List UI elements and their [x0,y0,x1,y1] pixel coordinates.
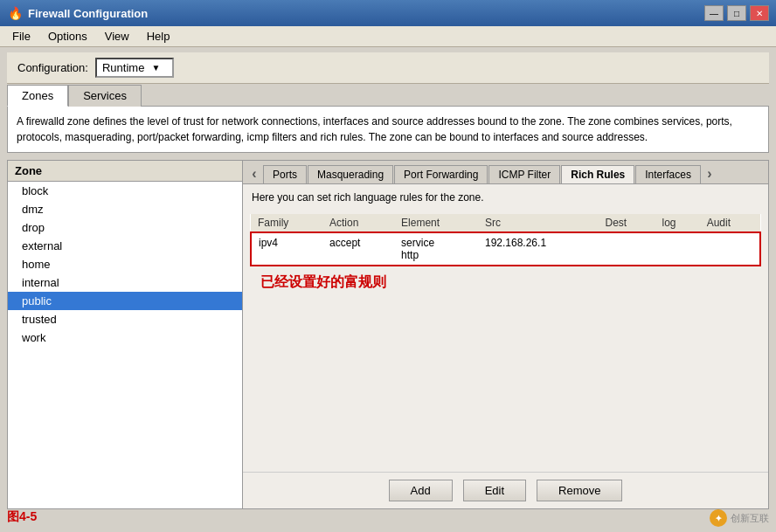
zone-item-trusted[interactable]: trusted [8,310,242,328]
zone-list: Zone block dmz drop external home intern… [7,160,243,509]
cell-src: 192.168.26.1 [478,232,599,266]
cell-element: service http [394,232,478,266]
menu-options[interactable]: Options [39,28,96,45]
menu-bar: File Options View Help [0,26,776,47]
zone-item-internal[interactable]: internal [8,273,242,292]
watermark-icon: ✦ [710,509,727,527]
figure-label: 图4-5 [7,509,37,525]
sub-tab-ports[interactable]: Ports [263,165,307,183]
maximize-button[interactable]: □ [727,5,746,21]
app-icon: 🔥 [7,5,23,21]
title-bar: 🔥 Firewall Configuration — □ ✕ [0,0,776,26]
watermark: ✦ 创新互联 [710,509,769,527]
cell-dest [599,232,655,266]
sub-tab-bar: ‹ Ports Masquerading Port Forwarding ICM… [243,161,768,184]
window-title: Firewall Configuration [28,7,704,20]
menu-view[interactable]: View [96,28,138,45]
col-action: Action [322,214,394,232]
cell-log [655,232,700,266]
window-body: Configuration: Runtime ▼ Zones Services … [0,47,776,532]
tab-services[interactable]: Services [68,85,142,107]
col-audit: Audit [700,214,760,232]
zone-item-external[interactable]: external [8,237,242,255]
top-tab-bar: Zones Services [7,84,769,106]
window-controls: — □ ✕ [704,5,769,21]
config-dropdown[interactable]: Runtime ▼ [95,58,174,78]
annotation-text: 已经设置好的富规则 [250,266,761,299]
bottom-panel: Zone block dmz drop external home intern… [7,160,769,509]
config-label: Configuration: [17,61,88,74]
tab-zones[interactable]: Zones [7,85,68,107]
col-log: log [655,214,700,232]
bottom-buttons: Add Edit Remove [243,472,768,508]
cell-action: accept [322,232,394,266]
watermark-text: 创新互联 [731,512,769,525]
cell-audit [700,232,760,266]
sub-tab-rich-rules[interactable]: Rich Rules [561,165,634,183]
right-panel: ‹ Ports Masquerading Port Forwarding ICM… [243,160,769,509]
sub-tab-interfaces[interactable]: Interfaces [635,165,701,183]
minimize-button[interactable]: — [704,5,724,21]
cell-family: ipv4 [251,232,322,266]
sub-tab-port-forwarding[interactable]: Port Forwarding [394,165,488,183]
zone-description: A firewalld zone defines the level of tr… [7,106,769,153]
menu-help[interactable]: Help [138,28,179,45]
zone-item-public[interactable]: public [8,292,242,310]
config-row: Configuration: Runtime ▼ [7,52,769,84]
add-button[interactable]: Add [389,480,453,501]
nav-prev-button[interactable]: ‹ [246,164,262,183]
close-button[interactable]: ✕ [750,5,769,21]
zone-item-dmz[interactable]: dmz [8,200,242,218]
zone-list-header: Zone [8,161,242,182]
zone-item-drop[interactable]: drop [8,218,242,237]
edit-button[interactable]: Edit [463,480,526,501]
remove-button[interactable]: Remove [537,480,622,501]
sub-tab-icmp-filter[interactable]: ICMP Filter [488,165,560,183]
rich-rules-description: Here you can set rich language rules for… [243,184,768,211]
zone-item-home[interactable]: home [8,255,242,273]
col-family: Family [251,214,322,232]
rules-table-area: Family Action Element Src Dest log Audit… [243,211,768,472]
col-dest: Dest [599,214,655,232]
col-element: Element [394,214,478,232]
dropdown-arrow: ▼ [151,63,160,73]
col-src: Src [478,214,599,232]
rules-table: Family Action Element Src Dest log Audit… [250,214,761,266]
zone-item-work[interactable]: work [8,328,242,347]
nav-next-button[interactable]: › [702,164,717,183]
table-row[interactable]: ipv4 accept service http 192.168.26.1 [251,232,760,266]
sub-tab-masquerading[interactable]: Masquerading [308,165,393,183]
menu-file[interactable]: File [3,28,39,45]
config-value: Runtime [102,61,144,74]
zone-item-block[interactable]: block [8,182,242,200]
